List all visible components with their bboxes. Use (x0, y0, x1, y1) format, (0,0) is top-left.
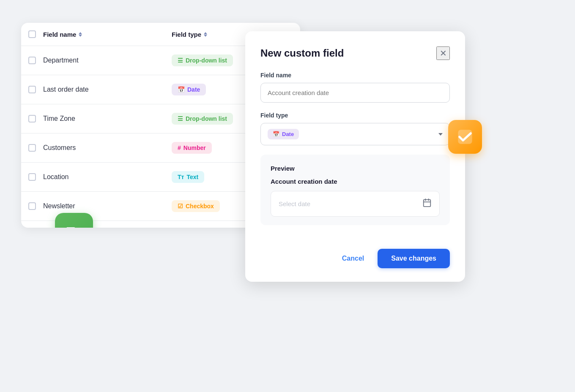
checkbox-type-float-icon (448, 120, 482, 154)
close-button[interactable]: ✕ (436, 46, 450, 60)
field-type-label: Field type (260, 112, 450, 119)
header-checkbox-cell (21, 30, 43, 38)
type-badge-dropdown: ☰ Drop-down list (172, 113, 233, 125)
row-checkbox[interactable] (28, 115, 36, 122)
cancel-button[interactable]: Cancel (335, 250, 371, 267)
field-type-sort-icon[interactable] (204, 32, 207, 37)
text-icon: Tт (178, 174, 184, 180)
row-checkbox-cell (21, 115, 43, 122)
dropdown-icon: ☰ (178, 115, 183, 122)
row-checkbox[interactable] (28, 57, 36, 64)
number-icon: # (178, 144, 181, 151)
modal-header: New custom field ✕ (260, 46, 450, 60)
row-checkbox[interactable] (28, 86, 36, 93)
selected-type-icon: 📅 (273, 131, 279, 137)
text-type-float-icon: Tт (55, 213, 93, 228)
type-badge-dropdown: ☰ Drop-down list (172, 54, 233, 66)
date-icon: 📅 (178, 86, 185, 93)
modal-title: New custom field (260, 47, 344, 59)
field-name-input[interactable] (260, 83, 450, 103)
field-name-value: Department (43, 57, 172, 64)
field-type-select-wrapper: 📅 Date (260, 123, 450, 145)
type-badge-date: 📅 Date (172, 84, 206, 95)
calendar-icon (422, 198, 432, 210)
field-name-value: Customers (43, 144, 172, 152)
select-left: 📅 Date (268, 129, 299, 139)
type-badge-checkbox: ☑ Checkbox (172, 200, 220, 212)
save-changes-button[interactable]: Save changes (378, 249, 450, 268)
field-name-label: Field name (260, 72, 450, 79)
field-type-select[interactable]: 📅 Date (260, 123, 450, 145)
field-name-value: Newsletter (43, 202, 172, 210)
preview-section-title: Preview (271, 165, 440, 172)
row-checkbox-cell (21, 202, 43, 210)
tt-icon-label: Tт (66, 224, 81, 228)
checkbox-icon: ☑ (178, 203, 183, 210)
row-checkbox[interactable] (28, 202, 36, 210)
row-checkbox[interactable] (28, 144, 36, 152)
field-name-sort-icon[interactable] (79, 32, 82, 37)
row-checkbox-cell (21, 144, 43, 152)
header-checkbox[interactable] (28, 30, 36, 38)
chevron-down-icon (438, 133, 443, 136)
field-name-value: Last order date (43, 86, 172, 93)
row-checkbox[interactable] (28, 173, 36, 181)
type-badge-text: Tт Text (172, 171, 204, 183)
svg-rect-0 (424, 200, 431, 207)
checkmark-icon (457, 128, 474, 145)
field-name-column-header: Field name (43, 31, 172, 38)
field-name-value: Location (43, 173, 172, 181)
preview-section: Preview Account creation date Select dat… (260, 155, 450, 225)
modal-footer: Cancel Save changes (260, 249, 450, 268)
custom-field-modal: New custom field ✕ Field name Field type… (245, 31, 465, 282)
type-badge-number: # Number (172, 142, 212, 154)
preview-date-placeholder: Select date (279, 200, 310, 207)
row-checkbox-cell (21, 173, 43, 181)
preview-date-input[interactable]: Select date (271, 191, 440, 217)
dropdown-icon: ☰ (178, 57, 183, 64)
selected-type-badge: 📅 Date (268, 129, 299, 139)
row-checkbox-cell (21, 86, 43, 93)
field-name-value: Time Zone (43, 115, 172, 122)
preview-field-label: Account creation date (271, 178, 440, 185)
row-checkbox-cell (21, 57, 43, 64)
